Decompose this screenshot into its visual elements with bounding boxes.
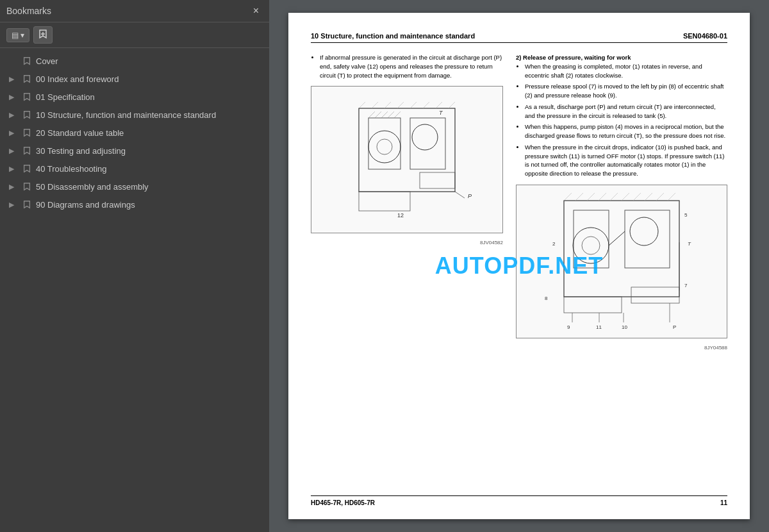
svg-text:10: 10	[622, 324, 627, 330]
bookmark-label-00: 00 Index and foreword	[36, 74, 263, 84]
svg-text:9: 9	[567, 324, 570, 330]
bookmark-item-40[interactable]: ▶ 40 Troubleshooting	[0, 160, 269, 178]
bookmark-label-01: 01 Specification	[36, 92, 263, 102]
right-bullet-2: Pressure release spool (7) is moved to t…	[525, 82, 727, 100]
diagram-2-label: 8JY04588	[516, 345, 727, 351]
svg-text:T: T	[439, 110, 443, 116]
bookmark-item-cover[interactable]: Cover	[0, 52, 269, 70]
svg-line-7	[381, 112, 388, 118]
svg-line-5	[368, 112, 375, 118]
svg-text:5: 5	[684, 212, 688, 218]
diagram-1-label: 8JV04582	[311, 240, 503, 245]
sidebar-header: Bookmarks ×	[0, 0, 269, 22]
diagram-2: 2 8 9 11 10 P T 5 7	[516, 185, 727, 338]
svg-line-39	[668, 193, 675, 201]
svg-line-31	[575, 193, 583, 201]
bookmark-label-40: 40 Troubleshooting	[36, 164, 263, 174]
svg-rect-28	[574, 210, 609, 268]
svg-rect-18	[420, 172, 455, 188]
svg-line-36	[633, 193, 641, 201]
expand-arrow-00: ▶	[9, 75, 18, 83]
item-1-title: 2) Release of pressure, waiting for work	[516, 54, 631, 61]
bookmark-item-10[interactable]: ▶ 10 Structure, function and maintenance…	[0, 106, 269, 124]
bookmark-icon-20	[22, 128, 32, 138]
svg-text:11: 11	[596, 324, 602, 330]
footer-page-number: 11	[720, 499, 727, 506]
numbered-item-1: 2) Release of pressure, waiting for work…	[516, 53, 727, 178]
svg-line-21	[384, 102, 391, 108]
add-bookmark-button[interactable]	[33, 26, 53, 44]
svg-line-25	[436, 102, 442, 108]
expand-arrow-40: ▶	[9, 165, 18, 173]
left-column: If abnormal pressure is generated in the…	[311, 53, 503, 351]
svg-text:T: T	[688, 241, 691, 247]
bookmark-label-10: 10 Structure, function and maintenance s…	[36, 110, 263, 120]
svg-text:P: P	[673, 324, 676, 330]
close-button[interactable]: ×	[249, 4, 263, 18]
bookmark-label-30: 30 Testing and adjusting	[36, 146, 263, 156]
page-header-title: 10 Structure, function and maintenance s…	[311, 32, 475, 40]
svg-point-41	[582, 237, 600, 254]
bookmark-item-01[interactable]: ▶ 01 Specification	[0, 88, 269, 106]
svg-rect-44	[564, 297, 622, 313]
bookmark-icon-90	[22, 199, 32, 210]
svg-rect-4	[410, 118, 445, 169]
bookmark-item-50[interactable]: ▶ 50 Disassembly and assembly	[0, 178, 269, 195]
page-header: 10 Structure, function and maintenance s…	[311, 32, 727, 43]
svg-rect-29	[625, 210, 670, 268]
page-document: AUTOPDF.NET 10 Structure, function and m…	[288, 13, 750, 519]
right-bullet-3: As a result, discharge port (P) and retu…	[525, 103, 727, 121]
bookmark-item-90[interactable]: ▶ 90 Diagrams and drawings	[0, 195, 269, 213]
bookmark-add-icon	[38, 29, 47, 41]
expand-arrow-10: ▶	[9, 111, 18, 119]
svg-line-26	[449, 102, 455, 108]
expand-arrow-30: ▶	[9, 147, 18, 155]
svg-rect-3	[368, 118, 401, 169]
bookmark-list: Cover ▶ 00 Index and foreword ▶ 01 Speci…	[0, 48, 269, 532]
expand-arrow-50: ▶	[9, 183, 18, 191]
expand-arrow-20: ▶	[9, 129, 18, 137]
right-bullet-4: When this happens, pump piston (4) moves…	[525, 122, 727, 140]
grid-icon: ▤	[12, 31, 19, 40]
bookmark-icon-30	[22, 145, 32, 156]
bookmark-label-90: 90 Diagrams and drawings	[36, 200, 263, 210]
left-bullet-list: If abnormal pressure is generated in the…	[311, 53, 503, 79]
bookmark-item-20[interactable]: ▶ 20 Standard value table	[0, 124, 269, 142]
svg-line-43	[609, 231, 625, 245]
svg-point-11	[377, 139, 392, 154]
left-bullet-1: If abnormal pressure is generated in the…	[320, 53, 503, 79]
page-footer: HD465-7R, HD605-7R 11	[311, 495, 727, 506]
bookmark-label-20: 20 Standard value table	[36, 128, 263, 138]
right-bullet-5: When the pressure in the circuit drops, …	[525, 143, 727, 178]
svg-line-19	[359, 102, 365, 108]
view-options-button[interactable]: ▤ ▾	[6, 28, 29, 42]
bookmark-icon-10	[22, 110, 32, 120]
right-bullet-1: When the greasing is completed, motor (1…	[525, 62, 727, 80]
svg-text:2: 2	[552, 241, 556, 247]
svg-rect-2	[359, 108, 455, 192]
expand-arrow-cover	[9, 57, 18, 65]
svg-line-6	[375, 112, 381, 118]
svg-line-24	[423, 102, 429, 108]
svg-line-32	[587, 193, 595, 201]
svg-line-8	[388, 112, 394, 118]
svg-rect-27	[564, 201, 679, 297]
svg-text:8: 8	[545, 295, 548, 301]
bookmark-item-00[interactable]: ▶ 00 Index and foreword	[0, 70, 269, 88]
bookmark-label-cover: Cover	[36, 56, 263, 66]
svg-line-22	[397, 102, 404, 108]
svg-rect-45	[631, 287, 679, 303]
bookmark-icon-00	[22, 74, 32, 84]
bookmark-icon-40	[22, 163, 32, 174]
expand-arrow-90: ▶	[9, 201, 18, 209]
chevron-down-icon: ▾	[21, 31, 24, 40]
expand-arrow-01: ▶	[9, 93, 18, 101]
bookmark-icon-cover	[22, 56, 32, 66]
svg-line-35	[622, 193, 629, 201]
svg-point-12	[412, 124, 438, 150]
svg-rect-17	[359, 192, 410, 211]
bookmark-icon-50	[22, 181, 32, 192]
sidebar-title: Bookmarks	[6, 6, 51, 16]
bookmark-item-30[interactable]: ▶ 30 Testing and adjusting	[0, 142, 269, 160]
sidebar: Bookmarks × ▤ ▾ Cover	[0, 0, 269, 532]
